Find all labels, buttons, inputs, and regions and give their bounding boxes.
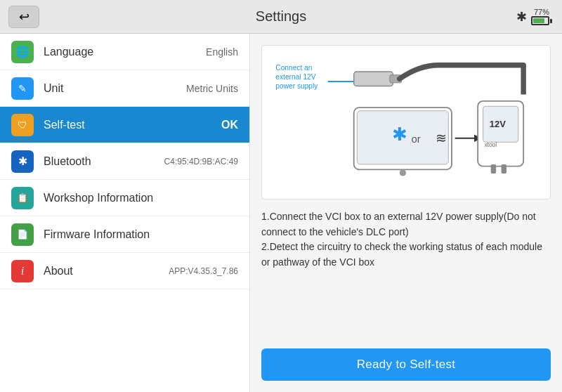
firmware-label: Firmware Information bbox=[44, 228, 238, 241]
battery-percent: 77% bbox=[534, 8, 549, 16]
description-text: 1.Connect the VCI box to an external 12V… bbox=[261, 209, 551, 337]
svg-text:power supply: power supply bbox=[275, 82, 318, 90]
workshop-label: Workshop Information bbox=[44, 192, 238, 204]
svg-rect-4 bbox=[354, 72, 393, 86]
svg-text:✱: ✱ bbox=[392, 124, 407, 145]
sidebar: 🌐 Language English ✎ Unit Metric Units 🛡… bbox=[0, 34, 250, 392]
bluetooth-label: Bluetooth bbox=[44, 155, 164, 168]
svg-text:12V: 12V bbox=[490, 119, 506, 129]
selftest-label: Self-test bbox=[44, 119, 221, 131]
status-area: ✱ 77% bbox=[516, 8, 552, 25]
diagram-area: Connect an external 12V power supply bbox=[261, 45, 551, 200]
sidebar-item-firmware[interactable]: 📄 Firmware Information bbox=[0, 216, 249, 253]
back-button[interactable]: ↩ bbox=[8, 6, 39, 28]
sidebar-item-selftest[interactable]: 🛡 Self-test OK bbox=[0, 107, 249, 143]
svg-text:external 12V: external 12V bbox=[275, 73, 315, 81]
about-icon: i bbox=[11, 260, 34, 282]
battery-bar bbox=[531, 16, 549, 25]
unit-icon: ✎ bbox=[11, 77, 34, 100]
ready-to-selftest-button[interactable]: Ready to Self-test bbox=[261, 348, 551, 381]
back-icon: ↩ bbox=[19, 9, 30, 25]
svg-point-8 bbox=[400, 169, 406, 176]
unit-label: Unit bbox=[44, 82, 186, 95]
language-icon: 🌐 bbox=[11, 41, 34, 63]
selftest-icon: 🛡 bbox=[11, 114, 34, 136]
main-layout: 🌐 Language English ✎ Unit Metric Units 🛡… bbox=[0, 34, 562, 392]
page-title: Settings bbox=[256, 8, 306, 25]
battery-graphic bbox=[531, 16, 552, 25]
bluetooth-icon: ✱ bbox=[516, 9, 527, 25]
sidebar-item-unit[interactable]: ✎ Unit Metric Units bbox=[0, 70, 249, 107]
bluetooth-value: C4:95:4D:9B:AC:49 bbox=[164, 157, 238, 166]
svg-text:or: or bbox=[411, 133, 420, 145]
sidebar-item-bluetooth[interactable]: ✱ Bluetooth C4:95:4D:9B:AC:49 bbox=[0, 143, 249, 180]
svg-text:Connect an: Connect an bbox=[275, 64, 313, 72]
battery-fill bbox=[533, 18, 544, 23]
bluetooth-menu-icon: ✱ bbox=[11, 150, 34, 173]
about-value: APP:V4.35.3_7.86 bbox=[169, 266, 238, 276]
workshop-icon: 📋 bbox=[11, 187, 34, 209]
svg-text:≋: ≋ bbox=[436, 131, 447, 145]
description-content: 1.Connect the VCI box to an external 12V… bbox=[261, 211, 542, 268]
svg-text:xtool: xtool bbox=[484, 141, 497, 148]
connection-diagram: Connect an external 12V power supply bbox=[269, 53, 543, 192]
battery-indicator: 77% bbox=[531, 8, 552, 25]
svg-rect-18 bbox=[502, 164, 507, 174]
selftest-value: OK bbox=[221, 119, 238, 131]
sidebar-item-workshop[interactable]: 📋 Workshop Information bbox=[0, 180, 249, 216]
content-panel: Connect an external 12V power supply bbox=[250, 34, 562, 392]
sidebar-item-language[interactable]: 🌐 Language English bbox=[0, 34, 249, 70]
sidebar-item-about[interactable]: i About APP:V4.35.3_7.86 bbox=[0, 253, 249, 289]
header: ↩ Settings ✱ 77% bbox=[0, 0, 562, 34]
language-label: Language bbox=[44, 46, 206, 58]
unit-value: Metric Units bbox=[186, 83, 238, 94]
battery-tip bbox=[550, 19, 552, 23]
language-value: English bbox=[206, 46, 238, 58]
firmware-icon: 📄 bbox=[11, 223, 34, 246]
about-label: About bbox=[44, 265, 169, 277]
svg-rect-17 bbox=[491, 164, 496, 174]
